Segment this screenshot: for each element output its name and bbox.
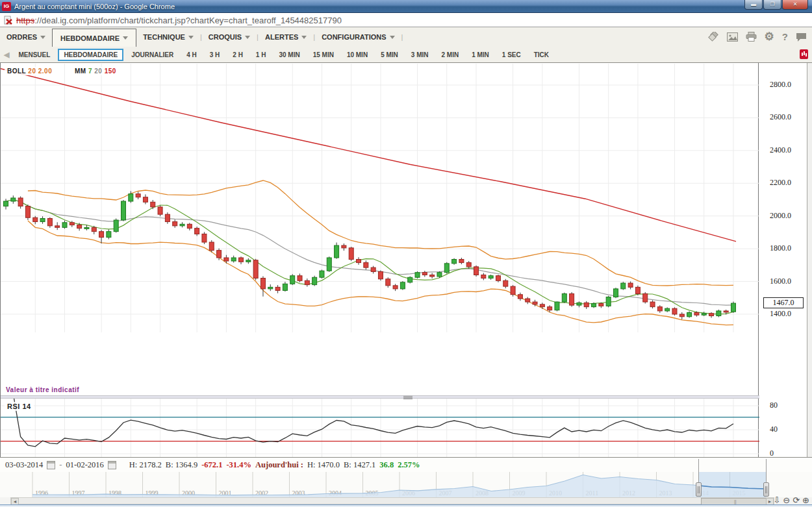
menu-label: CROQUIS (209, 27, 242, 47)
today-label: Aujourd'hui : (255, 460, 303, 470)
navigator-chart[interactable]: 1996199719981999200020012002200320042005… (0, 472, 812, 497)
boll-indicator-label[interactable]: BOLL 20 2.00 (5, 67, 55, 75)
price-tick-label: 1800.0 (770, 243, 791, 253)
rsi-panel[interactable] (1, 399, 759, 460)
chevron-down-icon (123, 36, 128, 40)
chevron-down-icon (301, 36, 307, 39)
menu-label: CONFIGURATIONS (322, 27, 386, 47)
selection-stem (698, 459, 699, 482)
menu-ordres[interactable]: ORDRES (0, 27, 52, 47)
timeframe-15-min[interactable]: 15 MIN (308, 49, 339, 60)
restore-button[interactable]: ❐ (763, 0, 781, 10)
mm-indicator-label[interactable]: MM 7 20 150 (72, 67, 119, 75)
scroll-to-end-icon[interactable]: ⇩ (773, 495, 780, 505)
feedback-bubble-icon[interactable] (796, 32, 807, 42)
timeframe-hebdomadaire[interactable]: HEBDOMADAIRE (58, 49, 123, 61)
timeframe-30-min[interactable]: 30 MIN (273, 49, 305, 60)
range-high-label: H: 2178.2 (129, 460, 162, 470)
menu-alertes[interactable]: ALERTES (259, 27, 313, 47)
boll-deviation: 2.00 (38, 68, 52, 75)
chart-region: BOLL 20 2.00 MM 7 20 150 Valeur à titre … (0, 63, 812, 457)
timeframe-10-min[interactable]: 10 MIN (342, 49, 373, 60)
menu-label: ALERTES (265, 27, 298, 47)
menu-label: ORDRES (6, 27, 37, 47)
minimize-button[interactable]: ▬ (744, 0, 763, 10)
mm-fast-period: 7 (88, 68, 92, 75)
menu-technique[interactable]: TECHNIQUE (136, 27, 200, 47)
vertical-scrollbar[interactable] (807, 63, 812, 457)
timeframe-5-min[interactable]: 5 MIN (375, 49, 403, 60)
menu-label: TECHNIQUE (143, 27, 185, 47)
current-price-tag: 1467.0 (763, 297, 804, 308)
range-change: -672.1 (201, 460, 222, 470)
mm-slow-period: 150 (105, 68, 116, 75)
history-navigator[interactable]: 1996199719981999200020012002200320042005… (0, 472, 812, 497)
snapshot-icon[interactable] (727, 32, 738, 42)
tearoff-icon[interactable] (708, 32, 719, 42)
range-status-bar: 03-03-2014 - 01-02-2016 H: 2178.2 B: 136… (0, 457, 812, 472)
chevron-down-icon (40, 36, 45, 39)
price-axis[interactable]: 1467.0 2800.02600.02400.02200.02000.0180… (759, 63, 807, 457)
menu-separator: | (401, 33, 403, 41)
timeframe-3-h[interactable]: 3 H (205, 49, 225, 60)
today-change: 36.8 (379, 460, 394, 470)
price-tick-label: 2000.0 (770, 211, 791, 221)
date-separator: - (59, 460, 62, 470)
help-icon[interactable]: ? (782, 31, 788, 42)
price-panel[interactable] (1, 64, 759, 332)
date-to: 01-02-2016 (66, 460, 104, 470)
calendar-icon[interactable] (47, 461, 55, 469)
price-tick-label: 2600.0 (770, 112, 791, 122)
calendar-icon[interactable] (108, 461, 116, 469)
range-change-pct: -31.4% (226, 460, 251, 470)
browser-window: IG Argent au comptant mini (500oz) - Goo… (0, 0, 812, 507)
window-title: Argent au comptant mini (500oz) - Google… (14, 3, 175, 10)
selection-stem (766, 459, 767, 482)
horizontal-scroll-row: ◄ ► ⇩ ⊖ ⟳ ⊕ (0, 497, 812, 504)
price-tick-label: 2800.0 (770, 80, 791, 90)
timeframe-3-min[interactable]: 3 MIN (406, 49, 434, 60)
url-protocol: https (16, 16, 34, 25)
timeframe-2-h[interactable]: 2 H (227, 49, 248, 60)
chevron-down-icon (188, 36, 194, 39)
reset-zoom-icon[interactable]: ⟳ (793, 495, 800, 505)
ig-favicon: IG (2, 2, 11, 11)
timeframe-1-h[interactable]: 1 H (251, 49, 272, 60)
mm-mid-period: 20 (94, 68, 102, 75)
zoom-out-icon[interactable]: ⊖ (783, 495, 790, 505)
selection-right-handle[interactable] (763, 482, 769, 497)
timeframe-journalier[interactable]: JOURNALIER (126, 49, 179, 60)
menu-hebdomadaire[interactable]: HEBDOMADAIRE (52, 29, 136, 47)
zoom-in-icon[interactable]: ⊕ (802, 495, 809, 505)
today-change-pct: 2.57% (398, 460, 420, 470)
chevron-down-icon (245, 36, 250, 39)
timeframe-1-sec[interactable]: 1 SEC (497, 49, 526, 60)
settings-gear-icon[interactable]: ⚙ (765, 30, 774, 43)
timeframe-tick[interactable]: TICK (529, 49, 554, 60)
today-high: H: 1470.0 (307, 460, 340, 470)
scrollbar-track[interactable]: ◄ ► (10, 497, 774, 504)
date-from: 03-03-2014 (5, 460, 43, 470)
boll-period: 20 (28, 68, 36, 75)
url-text: ://deal.ig.com/platform/chart/tickchart.… (34, 16, 342, 25)
timeframe-2-min[interactable]: 2 MIN (436, 49, 464, 60)
menu-configurations[interactable]: CONFIGURATIONS (315, 27, 401, 47)
rsi-indicator-label[interactable]: RSI 14 (5, 402, 34, 411)
timeframe-mensuel[interactable]: MENSUEL (13, 49, 55, 60)
timeframe-bar: ◀ MENSUELHEBDOMADAIREJOURNALIER4 H3 H2 H… (0, 47, 812, 63)
boll-name: BOLL (7, 68, 26, 75)
price-tick-label: 1400.0 (770, 309, 791, 319)
range-low-label: B: 1364.9 (166, 460, 197, 470)
url-bar[interactable]: https ://deal.ig.com/platform/chart/tick… (0, 14, 812, 27)
timeframe-4-h[interactable]: 4 H (181, 49, 202, 60)
selection-left-handle[interactable] (696, 482, 702, 497)
scroll-left-chevron-icon[interactable]: ◀ (0, 51, 12, 59)
timeframe-1-min[interactable]: 1 MIN (466, 49, 494, 60)
window-bottom-edge (0, 504, 812, 507)
print-icon[interactable] (746, 32, 757, 42)
chart-type-icon[interactable] (800, 49, 808, 59)
close-button[interactable]: ✕ (782, 0, 808, 10)
rsi-tick-label: 40 (770, 425, 778, 434)
today-low: B: 1427.1 (344, 460, 375, 470)
menu-croquis[interactable]: CROQUIS (202, 27, 257, 47)
